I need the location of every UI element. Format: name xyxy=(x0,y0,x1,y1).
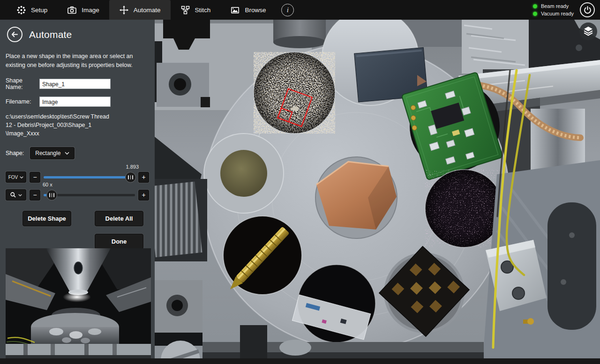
magnification-slider-thumb[interactable] xyxy=(46,190,57,201)
sample-screw xyxy=(223,216,302,295)
chevron-down-icon xyxy=(18,194,22,196)
tab-image[interactable]: Image xyxy=(57,0,109,20)
stitch-diagram-icon xyxy=(180,5,190,15)
sample-sparkle xyxy=(425,170,503,247)
bottom-strip xyxy=(0,358,600,364)
fov-minus-button[interactable]: − xyxy=(30,172,40,183)
chamber-camera-preview xyxy=(6,248,151,360)
picture-icon xyxy=(230,5,240,15)
fov-slider[interactable]: 1.893 xyxy=(44,171,135,183)
status-dot-green xyxy=(533,12,537,16)
status-label: Vacuum ready xyxy=(541,11,574,16)
chamber-photo xyxy=(6,248,151,360)
layers-icon xyxy=(582,26,594,37)
camera-icon xyxy=(67,5,77,15)
sample-olive xyxy=(204,134,284,213)
instructions-text: Place a new shape in the image area or s… xyxy=(6,52,147,69)
page-title: Automate xyxy=(29,29,72,40)
system-status-area: Beam ready Vacuum ready xyxy=(533,0,600,20)
delete-shape-button[interactable]: Delete Shape xyxy=(22,211,71,226)
magnification-slider-row: − 60 x + xyxy=(6,189,149,201)
stage-photo xyxy=(155,20,600,358)
info-icon: i xyxy=(287,6,289,14)
tab-label: Automate xyxy=(134,7,161,14)
chevron-down-icon xyxy=(65,152,69,155)
shape-type-label: Shape: xyxy=(6,150,24,156)
shape-name-input[interactable] xyxy=(39,79,111,89)
filename-input[interactable] xyxy=(39,97,111,107)
stage-gear-left xyxy=(155,179,207,261)
magnification-minus-button[interactable]: − xyxy=(30,190,40,201)
power-button[interactable] xyxy=(580,2,595,17)
arrow-left-icon xyxy=(10,30,19,39)
magnification-slider-track[interactable] xyxy=(44,194,135,196)
automate-panel: Automate Place a new shape in the image … xyxy=(0,20,155,364)
output-path: c:\users\sem\desktop\test\Screw Thread 1… xyxy=(6,113,147,138)
status-label: Beam ready xyxy=(541,3,569,9)
shape-name-label: Shape Name: xyxy=(6,77,39,90)
stage-cylinder-top xyxy=(273,20,326,48)
info-button[interactable]: i xyxy=(281,4,294,16)
tab-label: Image xyxy=(82,7,99,14)
fov-mode-dropdown[interactable]: FOV xyxy=(6,171,26,183)
delete-all-button[interactable]: Delete All xyxy=(95,211,143,226)
magnification-plus-button[interactable]: + xyxy=(138,190,149,201)
tab-browse[interactable]: Browse xyxy=(220,0,276,20)
sample-copper-block xyxy=(315,157,397,238)
tab-setup[interactable]: Setup xyxy=(7,0,57,20)
tab-label: Stitch xyxy=(195,7,211,14)
status-beam-ready: Beam ready xyxy=(533,3,574,9)
tab-label: Setup xyxy=(31,7,47,14)
done-button[interactable]: Done xyxy=(95,234,143,249)
top-toolbar: Setup Image Automate Stitch xyxy=(0,0,600,20)
main-tabs: Setup Image Automate Stitch xyxy=(7,0,276,20)
layers-button[interactable] xyxy=(579,22,597,40)
navigation-camera-view[interactable] xyxy=(155,20,600,358)
magnification-slider[interactable]: 60 x xyxy=(44,189,135,201)
magnification-value-label: 60 x xyxy=(43,182,52,187)
fov-slider-thumb[interactable] xyxy=(125,172,136,183)
fov-plus-button[interactable]: + xyxy=(138,172,149,183)
fov-value-label: 1.893 xyxy=(126,164,139,170)
move-arrows-icon xyxy=(119,5,129,15)
tab-automate[interactable]: Automate xyxy=(109,0,171,20)
shape-type-dropdown[interactable]: Rectangle xyxy=(30,147,75,159)
fov-slider-row: FOV − 1.893 + xyxy=(6,171,149,183)
filename-label: Filename: xyxy=(6,98,39,105)
back-button[interactable] xyxy=(7,27,22,42)
magnifier-icon xyxy=(10,192,16,198)
tab-stitch[interactable]: Stitch xyxy=(171,0,221,20)
status-vacuum-ready: Vacuum ready xyxy=(533,11,574,16)
tab-label: Browse xyxy=(245,7,266,14)
sample-debris xyxy=(254,52,335,134)
chevron-down-icon xyxy=(20,176,23,178)
setup-dots-icon xyxy=(16,5,26,15)
status-dot-green xyxy=(533,4,537,8)
power-icon xyxy=(583,6,592,15)
magnification-mode-dropdown[interactable] xyxy=(6,189,26,201)
fov-slider-fill xyxy=(44,176,131,178)
